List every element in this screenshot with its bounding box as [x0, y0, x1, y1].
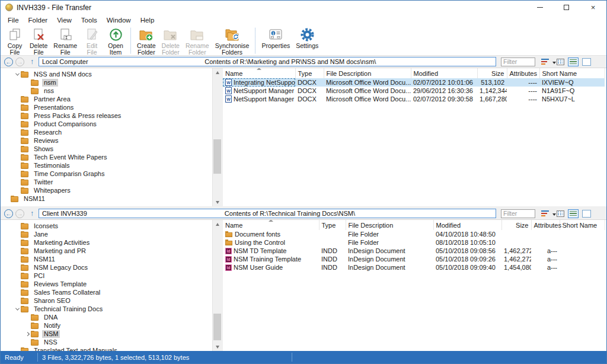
file-row-nsm-td-template[interactable]: IdNSM TD TemplateINDDInDesign Document05… [223, 247, 605, 255]
tree-item-nsm[interactable]: NSM [1, 330, 212, 338]
tree-item-reviews[interactable]: Reviews [1, 136, 212, 145]
tree-item-testimonials[interactable]: Testimonials [1, 161, 212, 170]
tree-item-reviews-template[interactable]: Reviews Template [1, 280, 212, 288]
up-button[interactable]: ↑ [27, 209, 37, 218]
column-header-modified[interactable]: Modified [411, 68, 477, 78]
file-row-document-fonts[interactable]: Document fontsFile Folder04/10/2018 10:4… [223, 230, 605, 238]
tree-item-nss[interactable]: NSS [1, 338, 212, 346]
tree-item-sharon-seo[interactable]: Sharon SEO [1, 296, 212, 305]
tree-item-notify[interactable]: Notify [1, 321, 212, 330]
file-row-nsm-user-guide[interactable]: IdNSM User GuideINDDInDesign Document05/… [223, 263, 605, 272]
file-row-using-the-control[interactable]: Using the ControlFile Folder08/10/2018 1… [223, 238, 605, 247]
chevron-right-icon[interactable] [24, 333, 31, 336]
sync-folders-button[interactable]: Synchronise Folders [212, 27, 253, 55]
tree-item-product-comparisons[interactable]: Product Comparisons [1, 120, 212, 128]
back-button[interactable]: ← [4, 58, 13, 66]
tree-item-whitepapers[interactable]: Whitepapers [1, 186, 212, 194]
tree-item-presentations[interactable]: Presentations [1, 103, 212, 111]
tree-item-marketing-activities[interactable]: Marketing Activities [1, 238, 212, 247]
tree-item-research[interactable]: Research [1, 128, 212, 136]
details-view-icon[interactable] [568, 209, 579, 218]
tree-item-dna[interactable]: DNA [1, 313, 212, 321]
menu-help[interactable]: Help [136, 15, 159, 25]
column-header-modified[interactable]: Modified [433, 220, 501, 230]
tree-item-jane[interactable]: Jane [1, 230, 212, 238]
file-row-nsm-training-template[interactable]: IdNSM Training TemplateINDDInDesign Docu… [223, 255, 605, 263]
view-dropdown-icon[interactable] [552, 210, 564, 217]
column-header-short-name[interactable]: Short Name [560, 220, 605, 230]
rename-file-button[interactable]: Rename File [50, 27, 80, 55]
tree-item-iconsets[interactable]: Iconsets [1, 222, 212, 230]
tree-item-press-packs-press-releases[interactable]: Press Packs & Press releases [1, 111, 212, 120]
scrollbar-thumb[interactable] [213, 139, 221, 174]
tree-item-technical-training-docs[interactable]: Technical Training Docs [1, 305, 212, 313]
close-button[interactable]: × [580, 1, 606, 14]
create-folder-button[interactable]: Create Folder [134, 27, 159, 55]
column-header-name[interactable]: Name [223, 220, 319, 230]
client-tree-scrollbar[interactable] [212, 220, 221, 351]
open-item-button[interactable]: Open Item [104, 27, 127, 55]
menu-file[interactable]: File [3, 15, 24, 25]
client-filter-input[interactable] [501, 209, 535, 218]
column-header-attributes[interactable]: Attributes [531, 220, 560, 230]
delete-file-button[interactable]: Delete File [27, 27, 50, 55]
tree-item-marketing-and-pr[interactable]: Marketing and PR [1, 247, 212, 255]
tree-item-twitter[interactable]: Twitter [1, 178, 212, 186]
blank-view-icon[interactable] [582, 210, 591, 218]
open-item-icon [108, 27, 123, 42]
column-header-attributes[interactable]: Attributes [507, 68, 539, 78]
local-folder-tree: NSS and NSM docsnsmnssPartner AreaPresen… [1, 68, 223, 206]
menu-folder[interactable]: Folder [24, 15, 53, 25]
column-header-size[interactable]: Size [477, 68, 507, 78]
scroll-down-icon[interactable] [213, 198, 222, 206]
column-header-name[interactable]: Name [223, 68, 295, 78]
sort-icon[interactable] [541, 59, 549, 65]
tree-item-label: NSS and NSM docs [32, 71, 94, 78]
tree-item-time-comparisn-graphs[interactable]: Time Comparisn Graphs [1, 170, 212, 178]
sort-icon[interactable] [541, 210, 549, 217]
back-button[interactable]: ← [4, 209, 13, 218]
column-header-type[interactable]: Type [295, 68, 324, 78]
chevron-down-icon[interactable] [14, 308, 21, 311]
column-header-size[interactable]: Size [501, 220, 531, 230]
tree-item-nsm-legacy-docs[interactable]: NSM Legacy Docs [1, 263, 212, 272]
menu-window[interactable]: Window [102, 15, 136, 25]
scroll-up-icon[interactable] [213, 220, 222, 228]
tree-item-nsm11[interactable]: NSM11 [1, 255, 212, 263]
maximize-button[interactable] [553, 1, 580, 14]
menu-tools[interactable]: Tools [76, 15, 102, 25]
tree-item-tech-event-white-papers[interactable]: Tech Event White Papers [1, 153, 212, 161]
tree-item-pci[interactable]: PCI [1, 272, 212, 280]
properties-button[interactable]: iProperties [258, 27, 293, 55]
file-row-integrating-netsupport[interactable]: WIntegrating NetSupport ...DOCXMicrosoft… [223, 78, 605, 87]
settings-button[interactable]: Settings [293, 27, 321, 55]
view-dropdown-icon[interactable] [552, 59, 564, 65]
menu-view[interactable]: View [52, 15, 76, 25]
file-row-netsupport-manager[interactable]: WNetSupport Manager - ...DOCXMicrosoft O… [223, 87, 605, 95]
tree-item-nsm11[interactable]: NSM11 [1, 194, 212, 203]
tree-item-partner-area[interactable]: Partner Area [1, 95, 212, 103]
tree-item-nss-and-nsm-docs[interactable]: NSS and NSM docs [1, 70, 212, 78]
tree-item-nss[interactable]: nss [1, 87, 212, 95]
details-view-icon[interactable] [568, 58, 579, 66]
tree-item-nsm[interactable]: nsm [1, 78, 212, 87]
scrollbar-thumb[interactable] [213, 314, 221, 340]
scroll-up-icon[interactable] [213, 68, 222, 76]
blank-view-icon[interactable] [582, 58, 591, 66]
column-header-file-description[interactable]: File Description [346, 220, 433, 230]
column-header-short-name[interactable]: Short Name [539, 68, 605, 78]
local-tree-scrollbar[interactable] [212, 68, 221, 206]
copy-file-button[interactable]: Copy File [3, 27, 27, 55]
tree-item-sales-teams-collateral[interactable]: Sales Teams Collateral [1, 288, 212, 296]
scroll-down-icon[interactable] [213, 343, 222, 351]
chevron-down-icon[interactable] [14, 73, 21, 76]
local-filter-input[interactable] [501, 58, 535, 66]
up-button[interactable]: ↑ [27, 58, 37, 66]
minimize-button[interactable] [526, 1, 553, 14]
folder-icon [21, 171, 29, 177]
tree-item-translated-text-and-manuals[interactable]: Translated Text and Manuals [1, 346, 212, 351]
tree-item-shows[interactable]: Shows [1, 145, 212, 153]
column-header-type[interactable]: Type [319, 220, 346, 230]
column-header-file-description[interactable]: File Description [324, 68, 411, 78]
file-row-netsupport-manager-c[interactable]: WNetSupport Manager c...DOCXMicrosoft Of… [223, 95, 605, 103]
